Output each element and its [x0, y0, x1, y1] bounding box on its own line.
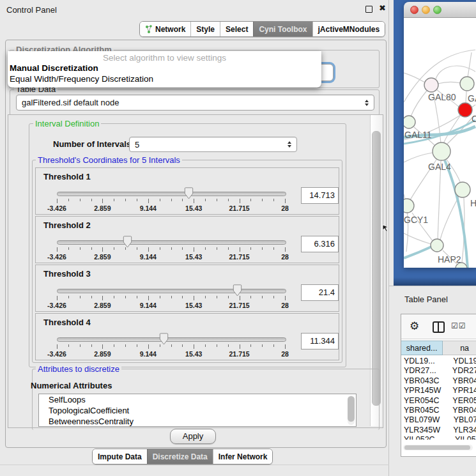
panel-title: Control Panel: [6, 5, 57, 15]
minor-tick: [160, 199, 160, 201]
slider-track[interactable]: [57, 240, 286, 245]
thresholds-group-title: Threshold's Coordinates for 5 Intervals: [36, 155, 182, 165]
float-window-icon[interactable]: [365, 6, 372, 13]
list-item[interactable]: TopologicalCoefficient: [39, 405, 356, 416]
number-of-intervals-combo[interactable]: 5: [129, 137, 297, 152]
table-row[interactable]: YLR345WYLR34: [401, 426, 476, 435]
table-row[interactable]: YIL052CYIL05: [401, 435, 476, 440]
list-item[interactable]: BetweennessCentrality: [39, 416, 356, 427]
slider-thumb[interactable]: [123, 236, 132, 248]
list-item[interactable]: SelfLoops: [39, 394, 356, 405]
network-edge[interactable]: [468, 52, 472, 77]
tab-style[interactable]: Style: [190, 22, 220, 36]
cell-name: YER05: [450, 396, 476, 406]
table-row[interactable]: YDL19...YDL19: [401, 357, 476, 366]
minor-tick: [80, 296, 81, 298]
table-row[interactable]: YPR145WYPR14: [401, 386, 476, 395]
dropdown-item[interactable]: Equal Width/Frequency Discretization: [8, 74, 321, 84]
minor-tick: [114, 296, 114, 298]
gear-icon[interactable]: ⚙: [410, 319, 419, 333]
horizontal-scrollbar-track[interactable]: [403, 445, 473, 450]
network-node-gal11[interactable]: [404, 116, 415, 128]
network-edge[interactable]: [440, 197, 459, 240]
tab-cyni-toolbox[interactable]: Cyni Toolbox: [253, 22, 312, 36]
network-node-hap2[interactable]: [431, 239, 443, 252]
network-edge[interactable]: [466, 91, 466, 103]
network-node-gal4[interactable]: [433, 142, 450, 160]
close-traffic-light-icon[interactable]: [410, 6, 418, 14]
tab-discretize-data[interactable]: Discretize Data: [147, 449, 213, 464]
network-node-ga[interactable]: [460, 77, 474, 91]
cell-shared-name: YBR045C: [401, 406, 450, 415]
apply-button[interactable]: Apply: [170, 429, 216, 444]
threshold-value-field[interactable]: 14.713: [301, 187, 339, 204]
major-tick: [148, 199, 149, 203]
list-scrollbar-thumb[interactable]: [348, 396, 355, 422]
minor-tick: [217, 344, 217, 347]
horizontal-scrollbar-thumb[interactable]: [404, 445, 470, 450]
threshold-value-field[interactable]: 11.344: [301, 333, 339, 349]
slider-track[interactable]: [57, 289, 286, 293]
minor-tick: [80, 199, 81, 201]
table-row[interactable]: YDR27...YDR27: [401, 366, 476, 376]
threshold-value-field[interactable]: 21.4: [301, 284, 339, 301]
control-panel-titlebar: [0, 0, 389, 18]
node-label: GA: [468, 93, 476, 104]
slider-thumb[interactable]: [233, 284, 242, 296]
column-header-shared-name[interactable]: shared...: [401, 341, 443, 355]
column-header-name[interactable]: na: [443, 341, 476, 355]
numerical-attributes-list[interactable]: SelfLoopsTopologicalCoefficientBetweenne…: [38, 394, 357, 427]
network-edge-highlighted[interactable]: [404, 245, 434, 258]
tab-jactivemnodules[interactable]: jActiveMNodules: [312, 22, 385, 36]
network-node-gal80[interactable]: [424, 78, 438, 92]
table-row[interactable]: YER054CYER05: [401, 396, 476, 406]
slider-thumb[interactable]: [159, 333, 169, 345]
node-table: ⚙ ☑☑ shared... na YDL19...YDL19YDR27...Y…: [401, 314, 476, 457]
node-label: GAL11: [404, 130, 432, 140]
minor-tick: [137, 296, 137, 298]
checkbox-icons[interactable]: ☑☑: [451, 321, 466, 330]
close-icon[interactable]: ✖: [379, 3, 386, 13]
major-tick: [194, 296, 194, 300]
network-canvas[interactable]: GAL80GACGAL11GAL4GCY1HHAP2: [404, 18, 476, 268]
slider-track[interactable]: [57, 337, 286, 342]
slider-track[interactable]: [57, 192, 286, 196]
network-edge[interactable]: [404, 153, 433, 162]
tab-impute-data[interactable]: Impute Data: [93, 449, 147, 464]
threshold-value-field[interactable]: 6.316: [301, 236, 339, 252]
minor-tick: [125, 344, 126, 347]
table-row[interactable]: YBR045CYBR04: [401, 406, 476, 415]
tab-infer-network[interactable]: Infer Network: [213, 449, 273, 464]
minor-tick: [160, 247, 160, 250]
tick-label: -3.426: [47, 350, 66, 358]
network-window-titlebar[interactable]: [404, 2, 476, 18]
number-of-intervals-value: 5: [135, 140, 285, 150]
column-layout-icon[interactable]: [433, 321, 445, 333]
tab-network[interactable]: Network: [140, 22, 190, 36]
minor-tick: [182, 199, 183, 201]
network-edge[interactable]: [411, 91, 427, 116]
network-icon: [145, 25, 153, 34]
minor-tick: [250, 247, 251, 250]
network-window[interactable]: GAL80GACGAL11GAL4GCY1HHAP2: [404, 2, 476, 268]
tick-label: 28: [281, 302, 289, 309]
cell-shared-name: YDL19...: [401, 357, 451, 366]
network-edge[interactable]: [438, 82, 461, 84]
table-row[interactable]: YBL079WYBL07: [401, 415, 476, 425]
combo-stepper-icon: [288, 141, 291, 148]
network-node-gcy1[interactable]: [404, 199, 414, 213]
minor-tick: [114, 344, 114, 347]
minor-tick: [171, 247, 172, 250]
network-node-h[interactable]: [455, 182, 470, 197]
dropdown-item[interactable]: Manual Discretization: [8, 63, 321, 73]
table-data-combo[interactable]: galFiltered.sif default node: [16, 95, 374, 111]
table-row[interactable]: YBR043CYBR04: [401, 376, 476, 386]
vertical-scrollbar-thumb[interactable]: [372, 131, 381, 406]
slider-thumb[interactable]: [184, 187, 194, 199]
zoom-traffic-light-icon[interactable]: [433, 6, 441, 14]
minimize-traffic-light-icon[interactable]: [422, 6, 430, 14]
minor-tick: [228, 199, 229, 201]
network-edge[interactable]: [438, 161, 441, 240]
tab-select[interactable]: Select: [220, 22, 253, 36]
network-node-c[interactable]: [458, 103, 472, 117]
